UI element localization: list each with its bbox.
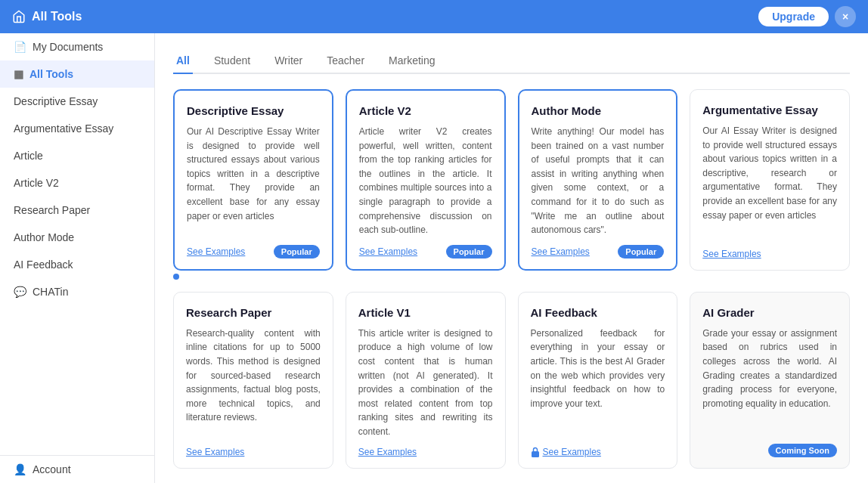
sidebar-item-author-mode[interactable]: Author Mode <box>0 224 154 251</box>
card-footer-argumentative-essay: See Examples <box>702 249 837 259</box>
card-author-mode: Author Mode Write anything! Our model ha… <box>518 89 678 271</box>
card-research-paper: Research Paper Research-quality content … <box>173 292 333 469</box>
content-area: All Student Writer Teacher Marketing Des… <box>155 33 868 483</box>
main-layout: 📄 My Documents ▦ All Tools Descriptive E… <box>0 33 868 483</box>
header: All Tools Upgrade × <box>0 0 868 33</box>
see-examples-descriptive-essay[interactable]: See Examples <box>187 246 245 257</box>
card-desc-argumentative-essay: Our AI Essay Writer is designed to provi… <box>702 124 837 241</box>
sidebar-bottom: 👤 Account <box>0 455 154 483</box>
card-title-article-v1: Article V1 <box>358 306 493 319</box>
tab-writer[interactable]: Writer <box>271 48 305 74</box>
upgrade-button[interactable]: Upgrade <box>758 7 829 26</box>
sidebar-label-chatin: CHATin <box>33 286 68 298</box>
sidebar-item-descriptive-essay[interactable]: Descriptive Essay <box>0 88 154 115</box>
card-footer-article-v1: See Examples <box>358 447 493 457</box>
sidebar-label-my-documents: My Documents <box>33 41 103 53</box>
sidebar-item-argumentative-essay[interactable]: Argumentative Essay <box>0 115 154 142</box>
cards-row-1: Descriptive Essay Our AI Descriptive Ess… <box>173 89 850 271</box>
sidebar: 📄 My Documents ▦ All Tools Descriptive E… <box>0 33 155 483</box>
sidebar-item-article[interactable]: Article <box>0 142 154 169</box>
card-desc-research-paper: Research-quality content with inline cit… <box>186 327 321 439</box>
card-desc-descriptive-essay: Our AI Descriptive Essay Writer is desig… <box>187 125 320 237</box>
section-dot <box>173 274 179 280</box>
card-title-ai-feedback: AI Feedback <box>531 306 665 319</box>
cards-row-2: Research Paper Research-quality content … <box>173 292 850 469</box>
see-examples-author-mode[interactable]: See Examples <box>532 246 590 257</box>
sidebar-label-descriptive-essay: Descriptive Essay <box>14 95 98 107</box>
card-desc-author-mode: Write anything! Our model has been train… <box>532 125 665 237</box>
card-footer-ai-feedback: See Examples <box>531 447 665 457</box>
card-title-descriptive-essay: Descriptive Essay <box>187 104 320 117</box>
sidebar-label-ai-feedback: AI Feedback <box>14 259 73 271</box>
tab-teacher[interactable]: Teacher <box>324 48 367 74</box>
card-desc-article-v2: Article writer V2 creates powerful, well… <box>359 125 492 237</box>
tabs-bar: All Student Writer Teacher Marketing <box>173 48 850 74</box>
header-title: All Tools <box>32 10 82 23</box>
sidebar-item-my-documents[interactable]: 📄 My Documents <box>0 33 154 60</box>
tab-all[interactable]: All <box>173 48 193 74</box>
card-title-author-mode: Author Mode <box>532 104 665 117</box>
sidebar-label-account: Account <box>33 463 71 475</box>
card-footer-ai-grader: Coming Soon <box>702 444 837 457</box>
card-title-ai-grader: AI Grader <box>702 306 837 319</box>
card-title-article-v2: Article V2 <box>359 104 492 117</box>
card-footer-research-paper: See Examples <box>186 447 321 457</box>
sidebar-item-research-paper[interactable]: Research Paper <box>0 197 154 224</box>
see-examples-article-v1[interactable]: See Examples <box>358 447 417 457</box>
document-icon: 📄 <box>14 41 26 53</box>
badge-popular-author-mode: Popular <box>618 245 664 259</box>
sidebar-label-all-tools: All Tools <box>29 68 73 80</box>
sidebar-label-article: Article <box>14 150 43 162</box>
sidebar-item-ai-feedback[interactable]: AI Feedback <box>0 251 154 278</box>
header-left: All Tools <box>12 10 82 23</box>
badge-coming-soon-ai-grader: Coming Soon <box>768 444 838 457</box>
card-title-argumentative-essay: Argumentative Essay <box>702 104 837 116</box>
badge-popular-article-v2: Popular <box>446 245 492 259</box>
card-title-research-paper: Research Paper <box>186 306 321 319</box>
sidebar-label-article-v2: Article V2 <box>14 177 59 189</box>
card-footer-author-mode: See Examples Popular <box>532 245 665 259</box>
card-desc-ai-feedback: Personalized feedback for everything in … <box>531 327 665 439</box>
card-argumentative-essay: Argumentative Essay Our AI Essay Writer … <box>690 89 850 271</box>
see-examples-ai-feedback[interactable]: See Examples <box>543 447 601 457</box>
badge-popular-descriptive-essay: Popular <box>274 245 320 259</box>
header-right: Upgrade × <box>758 6 856 27</box>
see-examples-research-paper[interactable]: See Examples <box>186 447 244 457</box>
sidebar-item-chatin[interactable]: 💬 CHATin <box>0 278 154 305</box>
chat-icon: 💬 <box>14 286 26 298</box>
svg-rect-0 <box>532 451 539 457</box>
account-icon: 👤 <box>14 463 26 475</box>
card-ai-feedback: AI Feedback Personalized feedback for ev… <box>518 292 678 469</box>
sidebar-item-article-v2[interactable]: Article V2 <box>0 169 154 197</box>
card-desc-ai-grader: Grade your essay or assignment based on … <box>702 327 837 436</box>
home-icon <box>12 10 26 23</box>
card-article-v2: Article V2 Article writer V2 creates pow… <box>346 89 506 271</box>
see-examples-article-v2[interactable]: See Examples <box>359 246 417 257</box>
sidebar-item-account[interactable]: 👤 Account <box>0 456 154 483</box>
section-divider <box>173 274 850 280</box>
lock-icon <box>531 447 540 457</box>
close-button[interactable]: × <box>835 6 856 27</box>
grid-icon: ▦ <box>14 68 23 80</box>
sidebar-label-research-paper: Research Paper <box>14 204 90 216</box>
card-article-v1: Article V1 This article writer is design… <box>346 292 506 469</box>
card-desc-article-v1: This article writer is designed to produ… <box>358 327 493 439</box>
sidebar-label-argumentative-essay: Argumentative Essay <box>14 122 113 135</box>
card-footer-article-v2: See Examples Popular <box>359 245 492 259</box>
lock-badge-ai-feedback: See Examples <box>531 447 601 457</box>
card-footer-descriptive-essay: See Examples Popular <box>187 245 320 259</box>
see-examples-argumentative-essay[interactable]: See Examples <box>702 249 761 259</box>
card-ai-grader: AI Grader Grade your essay or assignment… <box>690 292 850 469</box>
tab-student[interactable]: Student <box>211 48 253 74</box>
tab-marketing[interactable]: Marketing <box>386 48 438 74</box>
card-descriptive-essay: Descriptive Essay Our AI Descriptive Ess… <box>173 89 333 271</box>
sidebar-item-all-tools[interactable]: ▦ All Tools <box>0 60 154 88</box>
sidebar-label-author-mode: Author Mode <box>14 231 74 243</box>
